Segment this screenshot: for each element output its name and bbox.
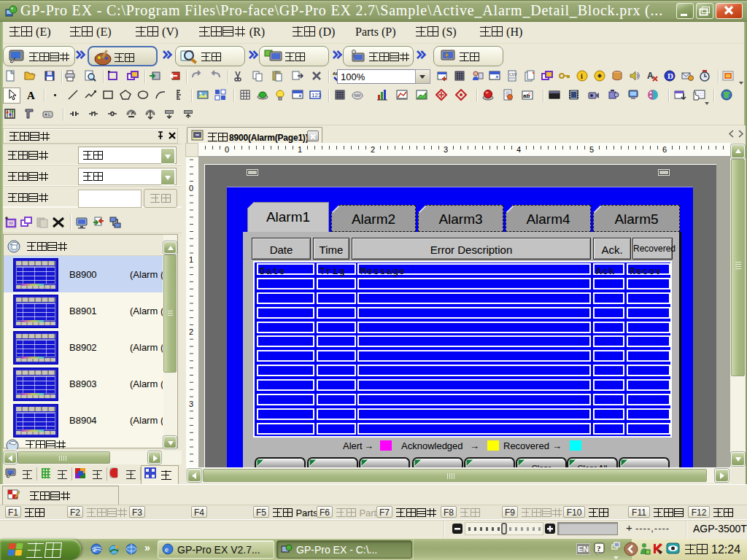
svg-text:123: 123 (311, 92, 322, 98)
svg-text:?: ? (597, 544, 601, 553)
svg-text:1: 1 (298, 145, 302, 154)
svg-text:4: 4 (516, 145, 521, 154)
svg-text:e: e (93, 545, 97, 553)
svg-text:i: i (581, 72, 583, 80)
svg-text:6: 6 (662, 145, 667, 154)
svg-text:3: 3 (189, 400, 193, 408)
svg-text:2: 2 (371, 145, 375, 154)
svg-text:5: 5 (589, 145, 594, 154)
svg-text:A: A (647, 71, 654, 81)
svg-text:A: A (27, 90, 35, 101)
svg-text:3: 3 (444, 145, 448, 154)
svg-text:CSV: CSV (509, 72, 517, 77)
svg-text:c: c (528, 91, 531, 96)
svg-text:2: 2 (189, 327, 193, 336)
svg-text:0: 0 (189, 184, 193, 192)
svg-text:1: 1 (189, 255, 193, 264)
svg-text:e: e (165, 545, 169, 553)
svg-text:0: 0 (225, 145, 229, 154)
svg-text:D: D (667, 71, 673, 80)
